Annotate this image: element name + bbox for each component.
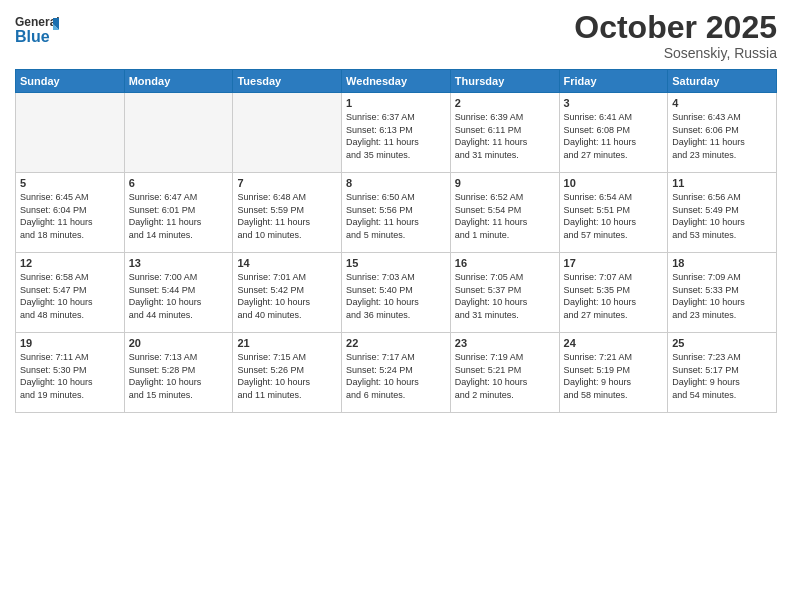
day-info: Sunrise: 7:07 AM Sunset: 5:35 PM Dayligh… [564, 271, 664, 321]
calendar-cell: 10Sunrise: 6:54 AM Sunset: 5:51 PM Dayli… [559, 173, 668, 253]
day-info: Sunrise: 7:19 AM Sunset: 5:21 PM Dayligh… [455, 351, 555, 401]
day-number: 20 [129, 337, 229, 349]
svg-text:General: General [15, 15, 59, 29]
col-wednesday: Wednesday [342, 70, 451, 93]
day-info: Sunrise: 7:11 AM Sunset: 5:30 PM Dayligh… [20, 351, 120, 401]
header-row: Sunday Monday Tuesday Wednesday Thursday… [16, 70, 777, 93]
page-container: General Blue October 2025 Sosenskiy, Rus… [0, 0, 792, 418]
svg-text:Blue: Blue [15, 28, 50, 45]
day-number: 14 [237, 257, 337, 269]
title-block: October 2025 Sosenskiy, Russia [574, 10, 777, 61]
calendar-cell: 14Sunrise: 7:01 AM Sunset: 5:42 PM Dayli… [233, 253, 342, 333]
day-number: 2 [455, 97, 555, 109]
col-monday: Monday [124, 70, 233, 93]
calendar-cell: 17Sunrise: 7:07 AM Sunset: 5:35 PM Dayli… [559, 253, 668, 333]
day-info: Sunrise: 6:39 AM Sunset: 6:11 PM Dayligh… [455, 111, 555, 161]
calendar-week-4: 19Sunrise: 7:11 AM Sunset: 5:30 PM Dayli… [16, 333, 777, 413]
calendar-week-1: 1Sunrise: 6:37 AM Sunset: 6:13 PM Daylig… [16, 93, 777, 173]
day-info: Sunrise: 6:52 AM Sunset: 5:54 PM Dayligh… [455, 191, 555, 241]
day-number: 15 [346, 257, 446, 269]
day-info: Sunrise: 6:54 AM Sunset: 5:51 PM Dayligh… [564, 191, 664, 241]
calendar-cell: 19Sunrise: 7:11 AM Sunset: 5:30 PM Dayli… [16, 333, 125, 413]
day-info: Sunrise: 7:09 AM Sunset: 5:33 PM Dayligh… [672, 271, 772, 321]
day-info: Sunrise: 7:13 AM Sunset: 5:28 PM Dayligh… [129, 351, 229, 401]
day-number: 13 [129, 257, 229, 269]
calendar-cell: 15Sunrise: 7:03 AM Sunset: 5:40 PM Dayli… [342, 253, 451, 333]
day-info: Sunrise: 6:45 AM Sunset: 6:04 PM Dayligh… [20, 191, 120, 241]
col-sunday: Sunday [16, 70, 125, 93]
calendar-cell: 25Sunrise: 7:23 AM Sunset: 5:17 PM Dayli… [668, 333, 777, 413]
day-number: 5 [20, 177, 120, 189]
calendar-cell: 2Sunrise: 6:39 AM Sunset: 6:11 PM Daylig… [450, 93, 559, 173]
calendar-cell [124, 93, 233, 173]
col-saturday: Saturday [668, 70, 777, 93]
calendar-cell: 1Sunrise: 6:37 AM Sunset: 6:13 PM Daylig… [342, 93, 451, 173]
day-info: Sunrise: 7:03 AM Sunset: 5:40 PM Dayligh… [346, 271, 446, 321]
logo-icon: General Blue [15, 10, 59, 54]
day-number: 9 [455, 177, 555, 189]
day-number: 18 [672, 257, 772, 269]
calendar-cell: 24Sunrise: 7:21 AM Sunset: 5:19 PM Dayli… [559, 333, 668, 413]
day-info: Sunrise: 7:05 AM Sunset: 5:37 PM Dayligh… [455, 271, 555, 321]
calendar-week-3: 12Sunrise: 6:58 AM Sunset: 5:47 PM Dayli… [16, 253, 777, 333]
day-number: 10 [564, 177, 664, 189]
calendar-table: Sunday Monday Tuesday Wednesday Thursday… [15, 69, 777, 413]
calendar-cell: 8Sunrise: 6:50 AM Sunset: 5:56 PM Daylig… [342, 173, 451, 253]
day-number: 1 [346, 97, 446, 109]
day-number: 12 [20, 257, 120, 269]
calendar-cell: 6Sunrise: 6:47 AM Sunset: 6:01 PM Daylig… [124, 173, 233, 253]
day-info: Sunrise: 6:48 AM Sunset: 5:59 PM Dayligh… [237, 191, 337, 241]
col-tuesday: Tuesday [233, 70, 342, 93]
day-number: 21 [237, 337, 337, 349]
col-friday: Friday [559, 70, 668, 93]
day-info: Sunrise: 7:23 AM Sunset: 5:17 PM Dayligh… [672, 351, 772, 401]
calendar-cell [16, 93, 125, 173]
day-number: 7 [237, 177, 337, 189]
calendar-cell [233, 93, 342, 173]
calendar-cell: 20Sunrise: 7:13 AM Sunset: 5:28 PM Dayli… [124, 333, 233, 413]
calendar-cell: 22Sunrise: 7:17 AM Sunset: 5:24 PM Dayli… [342, 333, 451, 413]
day-info: Sunrise: 7:17 AM Sunset: 5:24 PM Dayligh… [346, 351, 446, 401]
logo: General Blue [15, 10, 59, 54]
day-number: 22 [346, 337, 446, 349]
day-info: Sunrise: 6:58 AM Sunset: 5:47 PM Dayligh… [20, 271, 120, 321]
day-info: Sunrise: 6:41 AM Sunset: 6:08 PM Dayligh… [564, 111, 664, 161]
day-number: 3 [564, 97, 664, 109]
day-info: Sunrise: 7:21 AM Sunset: 5:19 PM Dayligh… [564, 351, 664, 401]
calendar-cell: 4Sunrise: 6:43 AM Sunset: 6:06 PM Daylig… [668, 93, 777, 173]
calendar-cell: 5Sunrise: 6:45 AM Sunset: 6:04 PM Daylig… [16, 173, 125, 253]
calendar-cell: 13Sunrise: 7:00 AM Sunset: 5:44 PM Dayli… [124, 253, 233, 333]
header: General Blue October 2025 Sosenskiy, Rus… [15, 10, 777, 61]
calendar-cell: 16Sunrise: 7:05 AM Sunset: 5:37 PM Dayli… [450, 253, 559, 333]
day-info: Sunrise: 6:37 AM Sunset: 6:13 PM Dayligh… [346, 111, 446, 161]
day-info: Sunrise: 6:50 AM Sunset: 5:56 PM Dayligh… [346, 191, 446, 241]
calendar-cell: 21Sunrise: 7:15 AM Sunset: 5:26 PM Dayli… [233, 333, 342, 413]
day-info: Sunrise: 7:15 AM Sunset: 5:26 PM Dayligh… [237, 351, 337, 401]
calendar-cell: 11Sunrise: 6:56 AM Sunset: 5:49 PM Dayli… [668, 173, 777, 253]
calendar-cell: 9Sunrise: 6:52 AM Sunset: 5:54 PM Daylig… [450, 173, 559, 253]
calendar-cell: 3Sunrise: 6:41 AM Sunset: 6:08 PM Daylig… [559, 93, 668, 173]
day-number: 19 [20, 337, 120, 349]
day-info: Sunrise: 7:00 AM Sunset: 5:44 PM Dayligh… [129, 271, 229, 321]
calendar-cell: 7Sunrise: 6:48 AM Sunset: 5:59 PM Daylig… [233, 173, 342, 253]
day-number: 11 [672, 177, 772, 189]
calendar-cell: 18Sunrise: 7:09 AM Sunset: 5:33 PM Dayli… [668, 253, 777, 333]
day-number: 16 [455, 257, 555, 269]
col-thursday: Thursday [450, 70, 559, 93]
day-number: 23 [455, 337, 555, 349]
day-info: Sunrise: 6:47 AM Sunset: 6:01 PM Dayligh… [129, 191, 229, 241]
day-number: 17 [564, 257, 664, 269]
day-number: 25 [672, 337, 772, 349]
calendar-cell: 12Sunrise: 6:58 AM Sunset: 5:47 PM Dayli… [16, 253, 125, 333]
day-info: Sunrise: 6:43 AM Sunset: 6:06 PM Dayligh… [672, 111, 772, 161]
day-number: 24 [564, 337, 664, 349]
day-number: 8 [346, 177, 446, 189]
day-number: 6 [129, 177, 229, 189]
day-info: Sunrise: 7:01 AM Sunset: 5:42 PM Dayligh… [237, 271, 337, 321]
month-title: October 2025 [574, 10, 777, 45]
calendar-cell: 23Sunrise: 7:19 AM Sunset: 5:21 PM Dayli… [450, 333, 559, 413]
calendar-week-2: 5Sunrise: 6:45 AM Sunset: 6:04 PM Daylig… [16, 173, 777, 253]
location: Sosenskiy, Russia [574, 45, 777, 61]
day-info: Sunrise: 6:56 AM Sunset: 5:49 PM Dayligh… [672, 191, 772, 241]
day-number: 4 [672, 97, 772, 109]
